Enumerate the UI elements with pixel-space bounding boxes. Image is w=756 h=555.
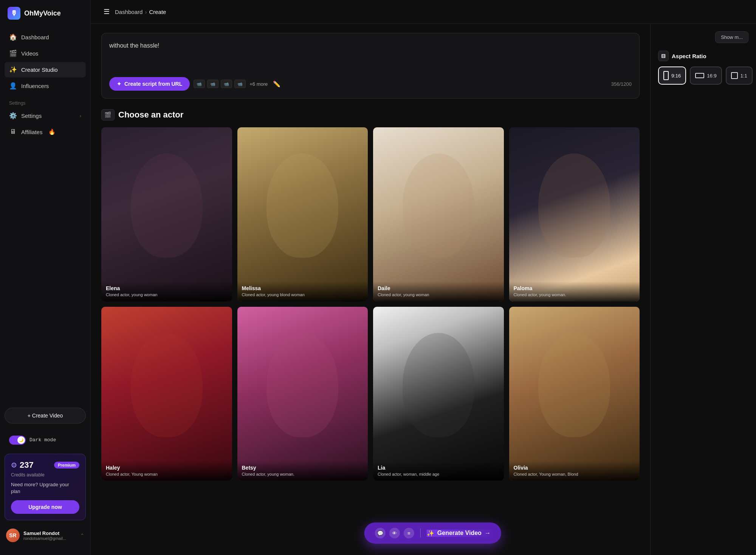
- sidebar-item-creator-studio[interactable]: ✨ Creator Studio: [5, 62, 86, 77]
- portrait-shape-icon: [663, 71, 669, 80]
- actor-section-icon: 🎬: [101, 109, 115, 121]
- dark-mode-label: Dark mode: [29, 437, 56, 443]
- create-script-button[interactable]: ✦ Create script from URL: [109, 77, 190, 91]
- actor-info-lia: Lia Cloned actor, woman, middle age: [373, 461, 504, 481]
- user-email: rondotsamuel@gmail...: [23, 536, 76, 541]
- credits-card: ⊙ 237 Premium Credits available Need mor…: [5, 454, 86, 520]
- toggle-pill: 🌙: [9, 436, 26, 445]
- generate-bar-divider: [420, 529, 421, 538]
- generate-bar-icons: 💬 👁 ≡: [375, 528, 414, 538]
- sidebar-toggle-button[interactable]: ☰: [101, 6, 112, 17]
- edit-button[interactable]: ✏️: [273, 80, 280, 88]
- actor-card-melissa[interactable]: Melissa Cloned actor, young blond woman: [237, 127, 368, 301]
- actor-name-elena: Elena: [106, 285, 228, 291]
- sidebar-nav: 🏠 Dashboard 🎬 Videos ✨ Creator Studio 👤 …: [0, 26, 90, 402]
- aspect-option-11[interactable]: 1:1: [726, 66, 753, 85]
- chat-icon[interactable]: 💬: [375, 528, 386, 538]
- actor-name-paloma: Paloma: [514, 285, 635, 291]
- actor-name-betsy: Betsy: [242, 465, 364, 471]
- actor-desc-daile: Cloned actor, young woman: [378, 292, 499, 297]
- actor-desc-elena: Cloned actor, young woman: [106, 292, 228, 297]
- sidebar-item-label: Influencers: [21, 83, 49, 89]
- profile-chevron-icon: ⌃: [80, 533, 84, 538]
- actor-card-daile[interactable]: Daile Cloned actor, young woman: [373, 127, 504, 301]
- aspect-label-169: 16:9: [707, 73, 716, 79]
- credits-amount: ⊙ 237: [11, 460, 34, 470]
- more-button[interactable]: +6 more: [249, 81, 268, 87]
- affiliates-icon: 🖥: [9, 128, 17, 136]
- generate-bar: 💬 👁 ≡ ✨ Generate Video →: [364, 523, 501, 544]
- user-name: Samuel Rondot: [23, 530, 76, 536]
- square-shape-icon: [731, 72, 738, 79]
- actor-desc-olivia: Cloned actor, Young woman, Blond: [514, 472, 635, 477]
- menu-icon[interactable]: ≡: [404, 528, 414, 538]
- video-icon-1[interactable]: 📹: [194, 80, 205, 88]
- actor-name-haley: Haley: [106, 465, 228, 471]
- actor-card-lia[interactable]: Lia Cloned actor, woman, middle age: [373, 307, 504, 481]
- aspect-ratio-title: Aspect Ratio: [672, 53, 706, 59]
- breadcrumb: Dashboard › Create: [115, 9, 166, 15]
- sidebar-logo[interactable]: 🎙 OhMyVoice: [0, 0, 90, 26]
- aspect-option-916[interactable]: 9:16: [658, 66, 686, 85]
- aspect-option-169[interactable]: 16:9: [690, 66, 722, 85]
- aspect-ratio-label: ⊟ Aspect Ratio: [658, 51, 748, 61]
- breadcrumb-separator: ›: [145, 9, 147, 15]
- video-icon-3[interactable]: 📹: [221, 80, 232, 88]
- script-text: without the hassle!: [109, 41, 632, 71]
- generate-video-button[interactable]: ✨ Generate Video →: [427, 530, 491, 537]
- content-area: without the hassle! ✦ Create script from…: [91, 24, 756, 555]
- actor-info-paloma: Paloma Cloned actor, young woman.: [509, 281, 640, 301]
- eye-icon[interactable]: 👁: [389, 528, 400, 538]
- actor-card-haley[interactable]: Haley Cloned actor, Young woman: [101, 307, 232, 481]
- sidebar: 🎙 OhMyVoice 🏠 Dashboard 🎬 Videos ✨ Creat…: [0, 0, 91, 555]
- sidebar-item-dashboard[interactable]: 🏠 Dashboard: [5, 29, 86, 45]
- topbar: ☰ Dashboard › Create: [91, 0, 756, 24]
- show-more-button[interactable]: Show m...: [715, 31, 748, 43]
- actor-desc-melissa: Cloned actor, young blond woman: [242, 292, 364, 297]
- landscape-shape-icon: [695, 73, 704, 78]
- actor-info-betsy: Betsy Cloned actor, young woman.: [237, 461, 368, 481]
- actor-card-paloma[interactable]: Paloma Cloned actor, young woman.: [509, 127, 640, 301]
- aspect-label-11: 1:1: [741, 73, 747, 79]
- avatar: SR: [6, 529, 20, 542]
- char-count: 356/1200: [611, 81, 632, 87]
- actors-grid-row2: Haley Cloned actor, Young woman Betsy Cl…: [101, 307, 640, 481]
- sidebar-item-influencers[interactable]: 👤 Influencers: [5, 78, 86, 94]
- settings-section-label: Settings: [5, 94, 86, 108]
- aspect-label-916: 9:16: [671, 73, 681, 79]
- credits-icon: ⊙: [11, 461, 17, 469]
- app-name: OhMyVoice: [24, 9, 61, 17]
- actor-info-daile: Daile Cloned actor, young woman: [373, 281, 504, 301]
- logo-icon: 🎙: [8, 7, 20, 20]
- create-script-label: Create script from URL: [124, 81, 182, 87]
- credits-label: Credits available: [11, 472, 79, 478]
- editor-panel: without the hassle! ✦ Create script from…: [91, 24, 650, 555]
- create-video-button[interactable]: + Create Video: [5, 408, 86, 424]
- actor-card-elena[interactable]: Elena Cloned actor, young woman: [101, 127, 232, 301]
- generate-btn-label: Generate Video: [437, 530, 482, 536]
- actor-card-olivia[interactable]: Olivia Cloned actor, Young woman, Blond: [509, 307, 640, 481]
- sidebar-item-label: Creator Studio: [21, 66, 58, 73]
- upgrade-button[interactable]: Upgrade now: [11, 500, 79, 514]
- user-profile[interactable]: SR Samuel Rondot rondotsamuel@gmail... ⌃: [0, 523, 90, 547]
- chevron-right-icon: ›: [80, 113, 81, 119]
- actor-desc-lia: Cloned actor, woman, middle age: [378, 472, 499, 477]
- dark-mode-toggle[interactable]: 🌙 Dark mode: [5, 433, 86, 448]
- actor-desc-paloma: Cloned actor, young woman.: [514, 292, 635, 297]
- sidebar-item-affiliates[interactable]: 🖥 Affiliates 🔥: [5, 124, 86, 139]
- sidebar-item-settings[interactable]: ⚙️ Settings ›: [5, 108, 86, 124]
- show-more-row: Show m...: [658, 31, 748, 43]
- breadcrumb-home: Dashboard: [115, 9, 143, 15]
- actor-desc-betsy: Cloned actor, young woman.: [242, 472, 364, 477]
- sidebar-item-videos[interactable]: 🎬 Videos: [5, 46, 86, 61]
- actor-section-title: Choose an actor: [118, 110, 183, 120]
- actor-info-haley: Haley Cloned actor, Young woman: [101, 461, 232, 481]
- right-panel: Show m... ⊟ Aspect Ratio 9:16 16:9: [650, 24, 756, 555]
- video-icon-4[interactable]: 📹: [234, 80, 246, 88]
- actor-info-melissa: Melissa Cloned actor, young blond woman: [237, 281, 368, 301]
- video-format-icons: 📹 📹 📹 📹: [194, 80, 246, 88]
- video-icon-2[interactable]: 📹: [207, 80, 218, 88]
- actor-card-betsy[interactable]: Betsy Cloned actor, young woman.: [237, 307, 368, 481]
- aspect-ratio-icon: ⊟: [658, 51, 669, 61]
- actor-info-olivia: Olivia Cloned actor, Young woman, Blond: [509, 461, 640, 481]
